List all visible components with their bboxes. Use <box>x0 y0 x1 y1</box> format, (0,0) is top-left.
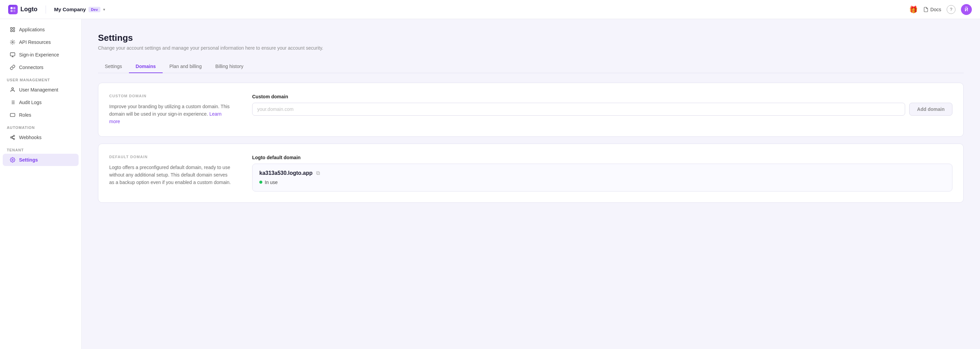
sidebar-item-label: Applications <box>19 27 45 32</box>
in-use-status-dot <box>259 181 262 184</box>
sidebar-item-label: Webhooks <box>19 135 41 140</box>
svg-rect-4 <box>11 27 12 29</box>
custom-domain-input-row: Add domain <box>252 103 953 116</box>
sidebar-item-label: Roles <box>19 112 31 118</box>
sidebar-item-label: Sign-in Experience <box>19 52 59 57</box>
connectors-icon <box>10 64 16 70</box>
settings-icon <box>10 157 16 163</box>
user-management-section-label: USER MANAGEMENT <box>0 74 81 83</box>
docs-icon <box>923 7 929 12</box>
custom-domain-input[interactable] <box>252 103 905 116</box>
custom-domain-field-label: Custom domain <box>252 94 953 99</box>
dev-badge: Dev <box>89 7 100 12</box>
tenant-section-label: TENANT <box>0 144 81 154</box>
custom-domain-card: CUSTOM DOMAIN Improve your branding by u… <box>98 82 964 137</box>
docs-label: Docs <box>930 7 941 12</box>
logo-area: Logto <box>8 5 37 14</box>
gift-icon[interactable]: 🎁 <box>909 5 918 14</box>
sidebar-item-label: Connectors <box>19 65 43 70</box>
sidebar-item-label: Settings <box>19 157 38 163</box>
in-use-row: In use <box>259 179 945 185</box>
topbar-right: 🎁 Docs ? Й <box>909 4 972 15</box>
sidebar-item-settings[interactable]: Settings <box>3 154 79 166</box>
custom-domain-description: Improve your branding by utilizing a cus… <box>109 103 232 125</box>
sidebar-item-audit-logs[interactable]: Audit Logs <box>3 96 79 108</box>
default-domain-card-left: DEFAULT DOMAIN Logto offers a preconfigu… <box>109 155 232 192</box>
page-title: Settings <box>98 33 964 43</box>
domain-value: ka313a530.logto.app <box>259 170 313 176</box>
default-domain-card: DEFAULT DOMAIN Logto offers a preconfigu… <box>98 144 964 203</box>
help-button[interactable]: ? <box>947 5 956 14</box>
svg-rect-3 <box>13 10 15 11</box>
default-domain-card-right: Logto default domain ka313a530.logto.app… <box>252 155 953 192</box>
custom-domain-section-title: CUSTOM DOMAIN <box>109 94 232 98</box>
default-domain-box: ka313a530.logto.app ⧉ In use <box>252 163 953 192</box>
webhooks-icon <box>10 134 16 141</box>
tab-settings[interactable]: Settings <box>98 60 129 73</box>
api-resources-icon <box>10 39 16 45</box>
tab-domains[interactable]: Domains <box>129 60 163 73</box>
sidebar-item-label: Audit Logs <box>19 100 41 105</box>
topbar-left: Logto My Company Dev ▾ <box>8 5 105 14</box>
sidebar: Applications API Resources Sign-in Exper… <box>0 19 82 349</box>
sidebar-item-api-resources[interactable]: API Resources <box>3 36 79 48</box>
svg-rect-2 <box>11 10 13 11</box>
custom-domain-card-left: CUSTOM DOMAIN Improve your branding by u… <box>109 94 232 125</box>
page-subtitle: Change your account settings and manage … <box>98 45 964 51</box>
main-content: Settings Change your account settings an… <box>82 19 980 349</box>
sidebar-item-roles[interactable]: Roles <box>3 109 79 121</box>
sidebar-item-label: User Management <box>19 87 58 92</box>
sidebar-item-applications[interactable]: Applications <box>3 24 79 36</box>
svg-rect-9 <box>10 53 14 56</box>
company-selector[interactable]: My Company Dev ▾ <box>54 6 105 12</box>
svg-rect-1 <box>13 7 15 9</box>
main-layout: Applications API Resources Sign-in Exper… <box>0 19 980 349</box>
domain-value-row: ka313a530.logto.app ⧉ <box>259 170 945 176</box>
automation-section-label: AUTOMATION <box>0 121 81 131</box>
svg-rect-5 <box>13 27 14 29</box>
svg-point-18 <box>12 159 13 160</box>
applications-icon <box>10 27 16 33</box>
roles-icon <box>10 112 16 118</box>
docs-button[interactable]: Docs <box>923 7 941 12</box>
svg-point-8 <box>12 41 13 43</box>
tab-billing-history[interactable]: Billing history <box>208 60 250 73</box>
sidebar-item-label: API Resources <box>19 40 51 45</box>
logto-logo-icon <box>8 5 18 14</box>
svg-rect-0 <box>11 7 13 9</box>
in-use-label: In use <box>265 179 278 185</box>
audit-logs-icon <box>10 99 16 105</box>
svg-rect-17 <box>10 113 14 116</box>
default-domain-field-label: Logto default domain <box>252 155 953 160</box>
copy-icon[interactable]: ⧉ <box>316 170 320 176</box>
topbar-divider <box>46 5 46 14</box>
topbar: Logto My Company Dev ▾ 🎁 Docs ? Й <box>0 0 980 19</box>
settings-tabs: Settings Domains Plan and billing Billin… <box>98 60 964 73</box>
company-name: My Company <box>54 6 86 12</box>
sidebar-item-connectors[interactable]: Connectors <box>3 61 79 73</box>
custom-domain-card-right: Custom domain Add domain <box>252 94 953 125</box>
user-management-icon <box>10 87 16 93</box>
sidebar-item-sign-in-experience[interactable]: Sign-in Experience <box>3 49 79 61</box>
svg-point-10 <box>11 88 13 89</box>
default-domain-description: Logto offers a preconfigured default dom… <box>109 163 232 186</box>
avatar[interactable]: Й <box>961 4 972 15</box>
svg-rect-7 <box>13 30 14 32</box>
svg-rect-6 <box>11 30 12 32</box>
sidebar-item-webhooks[interactable]: Webhooks <box>3 131 79 144</box>
tab-plan-billing[interactable]: Plan and billing <box>163 60 208 73</box>
logo-text: Logto <box>21 6 37 13</box>
sidebar-item-user-management[interactable]: User Management <box>3 84 79 96</box>
chevron-down-icon: ▾ <box>103 7 105 12</box>
sign-in-experience-icon <box>10 52 16 58</box>
add-domain-button[interactable]: Add domain <box>909 103 953 116</box>
default-domain-section-title: DEFAULT DOMAIN <box>109 155 232 159</box>
